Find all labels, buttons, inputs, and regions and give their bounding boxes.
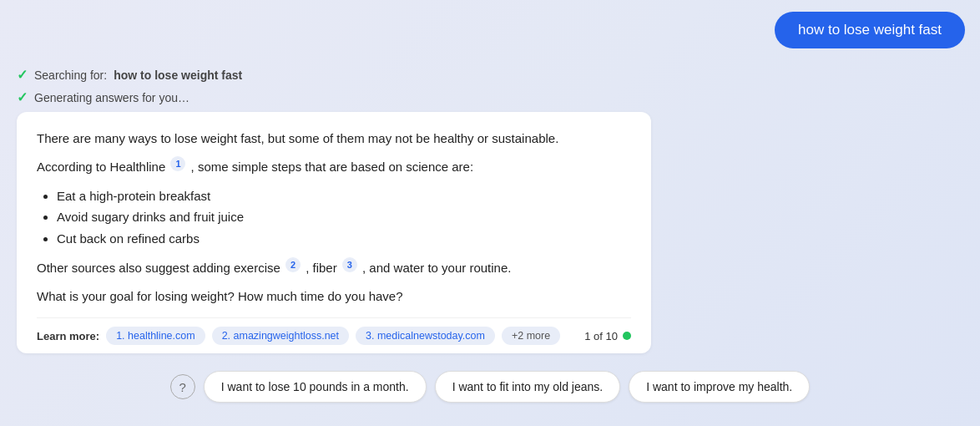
question-icon[interactable]: ? — [170, 374, 195, 399]
answer-bullet-list: Eat a high-protein breakfast Avoid sugar… — [57, 185, 631, 250]
learn-more-section: Learn more: 1. healthline.com 2. amazing… — [37, 317, 631, 353]
generating-text: Generating answers for you… — [34, 91, 189, 104]
learn-more-label: Learn more: — [37, 330, 99, 342]
citation-1: 1 — [170, 156, 185, 171]
green-dot — [623, 332, 631, 340]
check-icon-generating: ✓ — [17, 89, 28, 105]
bullet-item-1: Eat a high-protein breakfast — [57, 185, 631, 207]
bullet-item-2: Avoid sugary drinks and fruit juice — [57, 206, 631, 228]
bullet-item-3: Cut back on refined carbs — [57, 228, 631, 250]
searching-query: how to lose weight fast — [114, 68, 242, 82]
suggestion-chip-3[interactable]: I want to improve my health. — [629, 371, 810, 403]
citation-2: 2 — [285, 257, 301, 272]
check-icon-searching: ✓ — [17, 67, 28, 83]
learn-more-chip-1[interactable]: 1. healthline.com — [106, 327, 205, 345]
suggestions-row: ? I want to lose 10 pounds in a month. I… — [0, 371, 980, 403]
citation-3: 3 — [342, 257, 357, 272]
answer-card: There are many ways to lose weight fast,… — [17, 112, 651, 353]
answer-paragraph-4: What is your goal for losing weight? How… — [37, 287, 631, 306]
main-content: ✓ Searching for: how to lose weight fast… — [17, 67, 963, 353]
learn-more-chip-2[interactable]: 2. amazingweightloss.net — [212, 327, 349, 345]
learn-more-chip-3[interactable]: 3. medicalnewstoday.com — [356, 327, 495, 345]
search-bar[interactable]: how to lose weight fast — [775, 12, 965, 48]
more-chip[interactable]: +2 more — [502, 327, 560, 345]
status-generating: ✓ Generating answers for you… — [17, 89, 963, 105]
suggestion-chip-1[interactable]: I want to lose 10 pounds in a month. — [204, 371, 427, 403]
suggestion-chip-2[interactable]: I want to fit into my old jeans. — [435, 371, 621, 403]
status-searching: ✓ Searching for: how to lose weight fast — [17, 67, 963, 83]
answer-paragraph-2: According to Healthline 1 , some simple … — [37, 156, 631, 177]
page-indicator: 1 of 10 — [584, 330, 631, 342]
answer-paragraph-3: Other sources also suggest adding exerci… — [37, 257, 631, 278]
searching-prefix: Searching for: — [34, 68, 107, 82]
answer-paragraph-1: There are many ways to lose weight fast,… — [37, 129, 631, 148]
